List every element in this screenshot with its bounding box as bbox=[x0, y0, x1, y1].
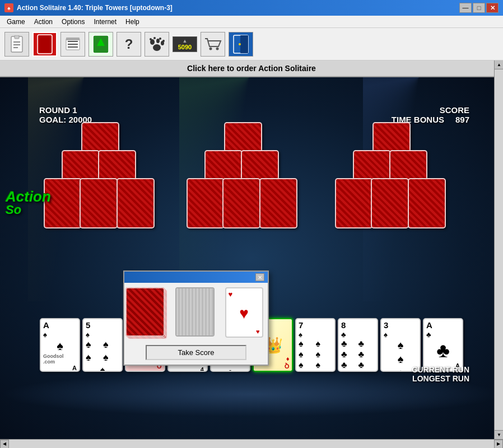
svg-rect-25 bbox=[240, 35, 248, 53]
modal-content: ♥ ♥ ♥ Take Score bbox=[124, 283, 268, 365]
action-logo: Action So bbox=[6, 189, 51, 216]
svg-point-23 bbox=[216, 47, 219, 50]
tower-right-row3-2[interactable] bbox=[371, 178, 409, 228]
maximize-button[interactable]: □ bbox=[473, 3, 485, 13]
modal-close-button[interactable]: ✕ bbox=[255, 273, 264, 281]
tower-center bbox=[182, 122, 305, 234]
striped-deck bbox=[175, 287, 215, 337]
tower-right bbox=[330, 122, 454, 234]
undo-button[interactable] bbox=[32, 32, 57, 57]
tower-left bbox=[39, 122, 162, 234]
paws-button[interactable] bbox=[145, 32, 169, 57]
title-bar-left: ♠ Action Solitaire 1.40: Triple Towers [… bbox=[4, 3, 173, 12]
window-title: Action Solitaire 1.40: Triple Towers [up… bbox=[17, 4, 173, 12]
new-game-button[interactable] bbox=[4, 32, 29, 57]
scroll-up-arrow[interactable]: ▲ bbox=[495, 60, 503, 69]
card-ace-spades[interactable]: A ♠ ♠ Goodsol.com A♠ bbox=[40, 318, 80, 372]
tower-right-row3-1[interactable] bbox=[335, 178, 373, 228]
svg-point-20 bbox=[159, 38, 161, 40]
svg-point-26 bbox=[239, 43, 241, 45]
deck-back-main[interactable] bbox=[125, 287, 165, 337]
solitaire-text: So bbox=[6, 204, 51, 216]
toolbar: ? ▲ 5090 bbox=[0, 28, 503, 60]
svg-rect-11 bbox=[66, 38, 80, 40]
menu-game[interactable]: Game bbox=[2, 17, 30, 27]
scroll-left-arrow[interactable]: ◀ bbox=[0, 440, 9, 449]
round-label: ROUND 1 bbox=[39, 105, 92, 115]
tower-right-row3-3[interactable] bbox=[408, 178, 446, 228]
modal-overlay: ✕ bbox=[112, 273, 280, 363]
tower-left-row3-3[interactable] bbox=[117, 178, 155, 228]
take-score-button[interactable]: Take Score bbox=[146, 345, 246, 360]
game-list-button[interactable] bbox=[60, 32, 85, 57]
current-run-label: CURRENT RUN bbox=[412, 365, 469, 374]
tower-center-row3-2[interactable] bbox=[222, 178, 260, 228]
card-ace-clubs[interactable]: A ♣ ♣ A♣ bbox=[423, 318, 463, 372]
svg-point-18 bbox=[150, 38, 152, 40]
run-info: CURRENT RUN LONGEST RUN bbox=[412, 365, 469, 383]
longest-run-label: LONGEST RUN bbox=[412, 374, 469, 383]
action-text: Action bbox=[6, 189, 51, 204]
svg-point-21 bbox=[162, 40, 165, 42]
score-badge: ▲ 5090 bbox=[173, 36, 197, 52]
cart-button[interactable] bbox=[201, 32, 225, 57]
scroll-right-arrow[interactable]: ▶ bbox=[494, 440, 503, 449]
game-area: Action So ROUND 1 GOAL: 20000 SCORE TIME… bbox=[0, 77, 503, 439]
modal-title-bar: ✕ bbox=[124, 272, 268, 283]
round-info: ROUND 1 GOAL: 20000 bbox=[39, 105, 92, 124]
svg-point-19 bbox=[153, 37, 156, 39]
close-button[interactable]: ✕ bbox=[486, 3, 499, 13]
order-banner[interactable]: Click here to order Action Solitaire bbox=[0, 60, 503, 77]
title-controls: — □ ✕ bbox=[459, 3, 499, 13]
svg-point-17 bbox=[153, 44, 161, 51]
tower-center-row3-1[interactable] bbox=[187, 178, 225, 228]
menu-action[interactable]: Action bbox=[30, 17, 57, 27]
bottom-scrollbar[interactable]: ◀ ▶ bbox=[0, 439, 503, 448]
right-scrollbar[interactable]: ▲ ▼ bbox=[494, 60, 503, 439]
score-label: SCORE bbox=[392, 105, 469, 115]
svg-rect-1 bbox=[15, 35, 19, 39]
menu-internet[interactable]: Internet bbox=[89, 17, 121, 27]
svg-point-22 bbox=[209, 47, 212, 50]
time-bonus-value: 897 bbox=[455, 115, 469, 124]
scroll-track[interactable] bbox=[9, 440, 494, 449]
minimize-button[interactable]: — bbox=[459, 3, 472, 13]
tower-center-row3-3[interactable] bbox=[259, 178, 297, 228]
svg-point-15 bbox=[156, 39, 160, 43]
score-info: SCORE TIME BONUS 897 bbox=[392, 105, 469, 124]
help-button[interactable]: ? bbox=[117, 32, 141, 57]
app-icon: ♠ bbox=[4, 3, 13, 12]
scroll-vertical-track[interactable] bbox=[495, 69, 503, 430]
score-value: 5090 bbox=[176, 44, 193, 50]
card-three-spades[interactable]: 3 ♠ ♠♠♠ 3♠ bbox=[380, 318, 421, 372]
title-bar: ♠ Action Solitaire 1.40: Triple Towers [… bbox=[0, 0, 503, 16]
exit-button[interactable] bbox=[229, 32, 253, 57]
menu-options[interactable]: Options bbox=[57, 17, 89, 27]
card-eight-clubs[interactable]: 8 ♣ ♣♣♣♣♣♣♣♣ 8♣ bbox=[338, 318, 378, 372]
menu-help[interactable]: Help bbox=[121, 17, 144, 27]
hint-button[interactable] bbox=[89, 32, 113, 57]
menu-bar: Game Action Options Internet Help bbox=[0, 16, 503, 28]
card-seven-spades[interactable]: 7 ♠ ♠♠♠♠♠♠♠ 7♠ bbox=[295, 318, 336, 372]
svg-rect-6 bbox=[39, 36, 51, 53]
scroll-down-arrow[interactable]: ▼ bbox=[495, 430, 503, 439]
tower-left-row3-2[interactable] bbox=[80, 178, 118, 228]
revealed-card[interactable]: ♥ ♥ ♥ bbox=[225, 287, 263, 338]
modal-box: ✕ bbox=[123, 270, 269, 366]
